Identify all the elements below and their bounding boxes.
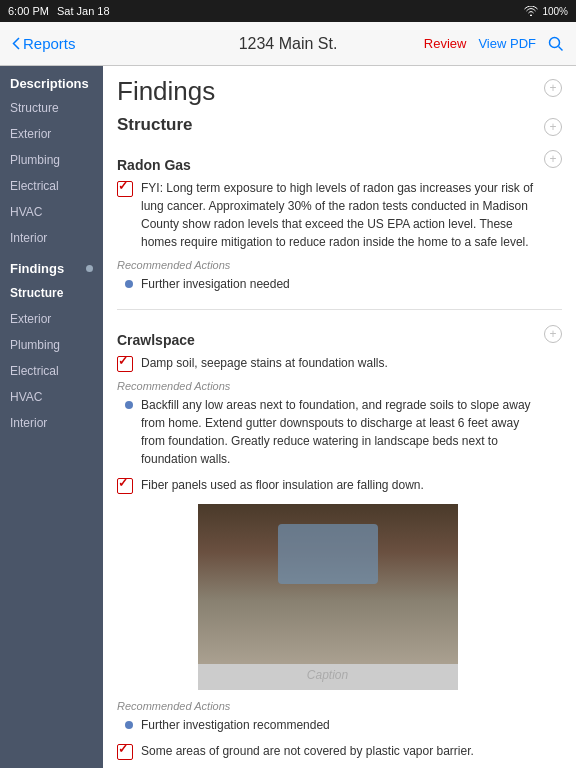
crawlspace-finding-1: Damp soil, seepage stains at foundation …: [117, 354, 538, 372]
sidebar-item-findings-exterior[interactable]: Exterior: [0, 306, 103, 332]
crawlspace-heading: Crawlspace: [117, 332, 538, 348]
back-chevron-icon: [12, 37, 20, 50]
sidebar-item-findings-structure[interactable]: Structure: [0, 280, 103, 306]
crawlspace-rec-label-2: Recommended Actions: [117, 700, 538, 712]
divider-1: [117, 309, 562, 310]
crawlspace-text-1: Damp soil, seepage stains at foundation …: [141, 354, 388, 372]
crawlspace-action-text-2: Further investigation recommended: [141, 716, 330, 734]
view-pdf-button[interactable]: View PDF: [478, 36, 536, 51]
sidebar-item-findings-hvac[interactable]: HVAC: [0, 384, 103, 410]
crawlspace-action-2: Further investigation recommended: [117, 716, 538, 734]
image-caption: Caption: [198, 664, 458, 690]
radon-action-text-1: Further invesigation needed: [141, 275, 290, 293]
crawlspace-finding-2: Fiber panels used as floor insulation ar…: [117, 476, 538, 494]
add-radon-button[interactable]: +: [544, 150, 562, 168]
crawlspace-subsection-row: Crawlspace Damp soil, seepage stains at …: [117, 322, 562, 768]
crawlspace-checkbox-1[interactable]: [117, 356, 133, 372]
status-bar: 6:00 PM Sat Jan 18 100%: [0, 0, 576, 22]
wifi-icon: [524, 6, 538, 16]
radon-subsection-row: Radon Gas FYI: Long term exposure to hig…: [117, 147, 562, 297]
radon-finding-item: FYI: Long term exposure to high levels o…: [117, 179, 538, 251]
crawlspace-action-text-1: Backfill any low areas next to foundatio…: [141, 396, 538, 468]
page-title: Findings: [117, 76, 544, 107]
image-timestamp: 7/24/2014 12:41: [382, 648, 453, 660]
svg-line-1: [559, 46, 563, 50]
crawlspace-bullet-2: [125, 721, 133, 729]
content-inner: Findings + Structure + Radon Gas: [103, 66, 576, 768]
radon-checkbox[interactable]: [117, 181, 133, 197]
battery: 100%: [542, 6, 568, 17]
radon-action-1: Further invesigation needed: [117, 275, 538, 293]
sidebar-item-findings-electrical[interactable]: Electrical: [0, 358, 103, 384]
sidebar-item-desc-structure[interactable]: Structure: [0, 95, 103, 121]
status-bar-left: 6:00 PM Sat Jan 18: [8, 5, 110, 17]
top-nav-bar: Reports 1234 Main St. Review View PDF: [0, 22, 576, 66]
structure-heading: Structure: [117, 115, 544, 139]
nav-address: 1234 Main St.: [239, 35, 338, 53]
back-button[interactable]: Reports: [12, 35, 76, 52]
crawlspace-action-1: Backfill any low areas next to foundatio…: [117, 396, 538, 468]
crawlspace-image: 7/24/2014 12:41: [198, 504, 458, 664]
review-button[interactable]: Review: [424, 36, 467, 51]
crawlspace-text-3: Some areas of ground are not covered by …: [141, 742, 474, 760]
add-crawlspace-button[interactable]: +: [544, 325, 562, 343]
add-findings-button[interactable]: +: [544, 79, 562, 97]
add-structure-button[interactable]: +: [544, 118, 562, 136]
crawlspace-rec-label-1: Recommended Actions: [117, 380, 538, 392]
crawlspace-checkbox-2[interactable]: [117, 478, 133, 494]
radon-rec-actions-label: Recommended Actions: [117, 259, 538, 271]
sidebar-section-descriptions: Descriptions: [0, 66, 103, 95]
findings-indicator: [86, 265, 93, 272]
crawlspace-photo: 7/24/2014 12:41 Caption: [198, 504, 458, 690]
status-bar-right: 100%: [524, 6, 568, 17]
sidebar-item-findings-plumbing[interactable]: Plumbing: [0, 332, 103, 358]
back-label: Reports: [23, 35, 76, 52]
content-area: Findings + Structure + Radon Gas: [103, 66, 576, 768]
radon-heading: Radon Gas: [117, 157, 538, 173]
time: 6:00 PM: [8, 5, 49, 17]
radon-bullet-1: [125, 280, 133, 288]
svg-point-0: [550, 37, 560, 47]
radon-finding-text: FYI: Long term exposure to high levels o…: [141, 179, 538, 251]
date: Sat Jan 18: [57, 5, 110, 17]
sidebar: Descriptions Structure Exterior Plumbing…: [0, 66, 103, 768]
crawlspace-text-2: Fiber panels used as floor insulation ar…: [141, 476, 424, 494]
page-title-row: Findings +: [117, 76, 562, 115]
structure-section-row: Structure +: [117, 115, 562, 147]
nav-actions: Review View PDF: [424, 36, 564, 52]
sidebar-section-findings: Findings: [10, 261, 64, 276]
sidebar-item-desc-plumbing[interactable]: Plumbing: [0, 147, 103, 173]
sidebar-item-desc-interior[interactable]: Interior: [0, 225, 103, 251]
search-icon[interactable]: [548, 36, 564, 52]
crawlspace-finding-3: Some areas of ground are not covered by …: [117, 742, 538, 760]
sidebar-item-desc-hvac[interactable]: HVAC: [0, 199, 103, 225]
sidebar-item-desc-exterior[interactable]: Exterior: [0, 121, 103, 147]
crawlspace-bullet-1: [125, 401, 133, 409]
sidebar-item-desc-electrical[interactable]: Electrical: [0, 173, 103, 199]
main-layout: Descriptions Structure Exterior Plumbing…: [0, 66, 576, 768]
crawlspace-checkbox-3[interactable]: [117, 744, 133, 760]
sidebar-item-findings-interior[interactable]: Interior: [0, 410, 103, 436]
